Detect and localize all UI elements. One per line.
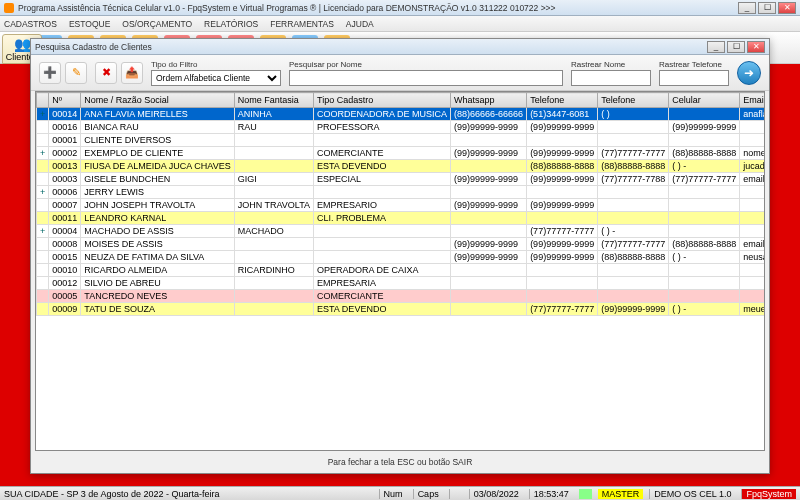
- col-header[interactable]: Telefone: [598, 93, 669, 108]
- filter-type-label: Tipo do Filtro: [151, 60, 281, 69]
- expand-icon: [37, 251, 49, 264]
- table-cell: [451, 225, 527, 238]
- table-cell: anaflavia@anaflavia.com.br: [740, 108, 765, 121]
- table-row[interactable]: +00014ANA FLAVIA MEIRELLESANINHACOORDENA…: [37, 108, 766, 121]
- edit-button[interactable]: ✎: [65, 62, 87, 84]
- close-button[interactable]: ✕: [778, 2, 796, 14]
- table-row[interactable]: 00012SILVIO DE ABREUEMPRESARIA: [37, 277, 766, 290]
- menu-relatorios[interactable]: RELATÓRIOS: [204, 19, 258, 29]
- table-cell: [234, 147, 313, 160]
- col-header[interactable]: Email >>>: [740, 93, 765, 108]
- table-cell: [598, 264, 669, 277]
- table-row[interactable]: 00011LEANDRO KARNALCLI. PROBLEMA: [37, 212, 766, 225]
- search-clients-modal: Pesquisa Cadastro de Clientes _ ☐ ✕ ➕ ✎ …: [30, 38, 770, 474]
- table-cell: (99)99999-9999: [527, 238, 598, 251]
- table-cell: [527, 212, 598, 225]
- table-row[interactable]: 00009TATU DE SOUZAESTA DEVENDO(77)77777-…: [37, 303, 766, 316]
- table-cell: (99)99999-9999: [527, 251, 598, 264]
- table-cell: [740, 186, 765, 199]
- search-name-input[interactable]: [289, 70, 563, 86]
- menu-ferramentas[interactable]: FERRAMENTAS: [270, 19, 334, 29]
- expand-icon[interactable]: +: [37, 147, 49, 160]
- col-header[interactable]: Whatsapp: [451, 93, 527, 108]
- table-cell: 00002: [49, 147, 81, 160]
- expand-icon[interactable]: +: [37, 108, 49, 121]
- table-row[interactable]: +00006JERRY LEWIS: [37, 186, 766, 199]
- table-row[interactable]: 00010RICARDO ALMEIDARICARDINHOOPERADORA …: [37, 264, 766, 277]
- table-row[interactable]: 00008MOISES DE ASSIS(99)99999-9999(99)99…: [37, 238, 766, 251]
- table-row[interactable]: 00001CLIENTE DIVERSOS: [37, 134, 766, 147]
- maximize-button[interactable]: ☐: [758, 2, 776, 14]
- col-header[interactable]: Celular: [669, 93, 740, 108]
- table-row[interactable]: 00003GISELE BUNDCHENGIGIESPECIAL(99)9999…: [37, 173, 766, 186]
- table-cell: (88)88888-8888: [598, 160, 669, 173]
- modal-close-button[interactable]: ✕: [747, 41, 765, 53]
- table-cell: emaildagigi@gigi.com.br: [740, 173, 765, 186]
- col-header[interactable]: Tipo Cadastro: [314, 93, 451, 108]
- table-cell: 00015: [49, 251, 81, 264]
- status-caps: Caps: [413, 489, 443, 499]
- table-cell: 00016: [49, 121, 81, 134]
- table-cell: [669, 290, 740, 303]
- col-header[interactable]: Nome Fantasia: [234, 93, 313, 108]
- results-table-wrap[interactable]: NºNome / Razão SocialNome FantasiaTipo C…: [35, 91, 765, 451]
- delete-button[interactable]: ✖: [95, 62, 117, 84]
- table-cell: (99)99999-9999: [451, 251, 527, 264]
- table-cell: ESTA DEVENDO: [314, 160, 451, 173]
- menu-cadastros[interactable]: CADASTROS: [4, 19, 57, 29]
- add-button[interactable]: ➕: [39, 62, 61, 84]
- table-cell: [527, 290, 598, 303]
- window-title: Programa Assistência Técnica Celular v1.…: [18, 3, 738, 13]
- table-cell: [527, 134, 598, 147]
- minimize-button[interactable]: _: [738, 2, 756, 14]
- table-cell: [451, 277, 527, 290]
- table-row[interactable]: +00004MACHADO DE ASSISMACHADO(77)77777-7…: [37, 225, 766, 238]
- col-header[interactable]: Nº: [49, 93, 81, 108]
- table-cell: (88)88888-8888: [669, 147, 740, 160]
- main-menubar: CADASTROS ESTOQUE OS/ORÇAMENTO RELATÓRIO…: [0, 16, 800, 32]
- table-cell: (99)99999-9999: [527, 173, 598, 186]
- table-cell: (99)99999-9999: [527, 147, 598, 160]
- table-cell: (77)77777-7777: [527, 303, 598, 316]
- col-header[interactable]: Telefone: [527, 93, 598, 108]
- table-cell: ANA FLAVIA MEIRELLES: [81, 108, 234, 121]
- table-cell: EMPRESARIA: [314, 277, 451, 290]
- table-cell: ( ): [598, 108, 669, 121]
- menu-os-orcamento[interactable]: OS/ORÇAMENTO: [122, 19, 192, 29]
- table-cell: MOISES DE ASSIS: [81, 238, 234, 251]
- expand-icon[interactable]: +: [37, 186, 49, 199]
- table-cell: 00008: [49, 238, 81, 251]
- export-button[interactable]: 📤: [121, 62, 143, 84]
- modal-maximize-button[interactable]: ☐: [727, 41, 745, 53]
- track-name-input[interactable]: [571, 70, 651, 86]
- table-cell: (88)88888-8888: [598, 251, 669, 264]
- table-row[interactable]: +00002EXEMPLO DE CLIENTECOMERCIANTE(99)9…: [37, 147, 766, 160]
- table-cell: ANINHA: [234, 108, 313, 121]
- table-cell: [234, 134, 313, 147]
- expand-icon: [37, 160, 49, 173]
- expand-icon[interactable]: +: [37, 225, 49, 238]
- status-indicator: [579, 489, 592, 499]
- expand-icon: [37, 290, 49, 303]
- expand-icon: [37, 173, 49, 186]
- col-header[interactable]: [37, 93, 49, 108]
- table-cell: emaildemoises@moises.com.br: [740, 238, 765, 251]
- table-cell: (77)77777-7788: [598, 173, 669, 186]
- table-cell: PROFESSORA: [314, 121, 451, 134]
- filter-type-select[interactable]: Ordem Alfabetica Cliente: [151, 70, 281, 86]
- menu-ajuda[interactable]: AJUDA: [346, 19, 374, 29]
- modal-minimize-button[interactable]: _: [707, 41, 725, 53]
- table-row[interactable]: 00015NEUZA DE FATIMA DA SILVA(99)99999-9…: [37, 251, 766, 264]
- table-cell: [234, 277, 313, 290]
- menu-estoque[interactable]: ESTOQUE: [69, 19, 110, 29]
- table-row[interactable]: 00005TANCREDO NEVESCOMERCIANTE: [37, 290, 766, 303]
- table-row[interactable]: 00013FIUSA DE ALMEIDA JUCA CHAVESESTA DE…: [37, 160, 766, 173]
- col-header[interactable]: Nome / Razão Social: [81, 93, 234, 108]
- table-cell: ( ) -: [669, 303, 740, 316]
- track-phone-input[interactable]: [659, 70, 729, 86]
- table-cell: COMERCIANTE: [314, 290, 451, 303]
- table-row[interactable]: 00016BIANCA RAURAUPROFESSORA(99)99999-99…: [37, 121, 766, 134]
- search-go-button[interactable]: ➜: [737, 61, 761, 85]
- table-row[interactable]: 00007JOHN JOSEPH TRAVOLTAJOHN TRAVOLTAEM…: [37, 199, 766, 212]
- table-cell: (99)99999-9999: [669, 121, 740, 134]
